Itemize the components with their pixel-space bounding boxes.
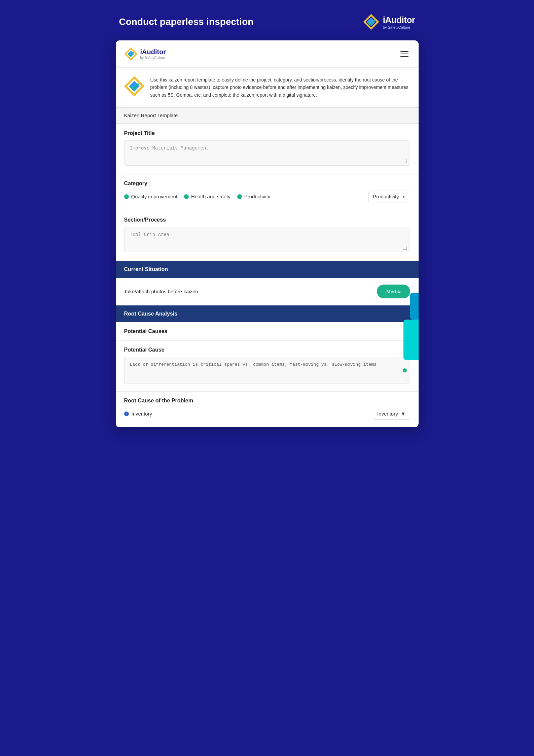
inventory-option[interactable]: Inventory [124, 411, 152, 417]
category-chevron-icon: ▼ [402, 194, 406, 199]
root-cause-label: Root Cause of the Problem [124, 398, 410, 404]
health-dot [184, 194, 189, 199]
category-section: Category Quality improvement Health and … [116, 174, 419, 210]
card-logo: iAuditor by SafetyCulture [124, 47, 166, 61]
description-icon [124, 76, 144, 96]
description-text: Use this kaizen report template to easil… [150, 76, 410, 99]
category-dropdown[interactable]: Productivity ▼ [368, 191, 410, 202]
inventory-selected: Inventory [377, 411, 398, 417]
section-process-section: Section/Process Tool Crib Area ⊿ [116, 210, 419, 261]
category-option-productivity[interactable]: Productivity [237, 194, 271, 199]
potential-cause-input[interactable]: Lack of differentiation is critical spar… [124, 357, 410, 384]
project-title-label: Project Title [124, 130, 410, 136]
main-card: iAuditor by SafetyCulture Use this kaize… [116, 40, 419, 427]
health-label: Health and safety [191, 194, 230, 199]
inventory-label: Inventory [132, 411, 152, 417]
card-header: iAuditor by SafetyCulture [116, 40, 419, 68]
potential-causes-row: Potential Causes [116, 322, 419, 341]
brand-sub: by SafetyCulture [383, 25, 415, 29]
template-label-row: Kaizen Report Template [116, 107, 419, 124]
hamburger-line-3 [400, 56, 408, 57]
productivity-dot [237, 194, 242, 199]
hamburger-line-1 [400, 51, 408, 52]
category-selected: Productivity [373, 194, 399, 199]
section-process-wrapper: Tool Crib Area ⊿ [124, 227, 410, 252]
category-option-quality[interactable]: Quality improvement [124, 194, 178, 199]
logo-icon [363, 13, 380, 30]
root-cause-section: Root Cause of the Problem Inventory Inve… [116, 392, 419, 427]
top-header: Conduct paperless inspection iAuditor by… [116, 13, 419, 30]
productivity-label: Productivity [244, 194, 271, 199]
logo-text: iAuditor by SafetyCulture [383, 15, 415, 29]
media-button[interactable]: Media [377, 285, 410, 298]
hamburger-menu[interactable] [399, 49, 410, 59]
root-cause-header: Root Cause Analysis [116, 305, 419, 322]
media-row: Take/attach photos before kaizen Media [116, 278, 419, 305]
teal-decoration-2 [410, 293, 419, 320]
card-brand-sub: by SafetyCulture [140, 56, 166, 60]
project-title-wrapper: Improve Materials Management ⊿ [124, 140, 410, 166]
media-label: Take/attach photos before kaizen [124, 289, 198, 294]
inventory-chevron-icon: ▼ [401, 411, 406, 417]
hamburger-line-2 [400, 54, 408, 55]
section-process-input[interactable]: Tool Crib Area [124, 227, 410, 252]
quality-label: Quality improvement [131, 194, 178, 199]
svg-marker-3 [128, 51, 134, 57]
category-option-health[interactable]: Health and safety [184, 194, 230, 199]
page-title: Conduct paperless inspection [119, 17, 254, 27]
category-label: Category [124, 180, 410, 187]
template-label: Kaizen Report Template [124, 112, 178, 118]
teal-decoration [403, 320, 419, 360]
card-logo-icon [124, 47, 138, 61]
potential-causes-label: Potential Causes [124, 328, 168, 334]
top-logo: iAuditor by SafetyCulture [363, 13, 415, 30]
root-cause-title: Root Cause Analysis [124, 311, 178, 317]
potential-cause-section: Potential Cause Lack of differentiation … [116, 341, 419, 392]
textarea-dot [403, 368, 407, 372]
description-section: Use this kaizen report template to easil… [116, 68, 419, 107]
section-process-label: Section/Process [124, 217, 410, 223]
inventory-dropdown[interactable]: Inventory ▼ [373, 408, 410, 420]
brand-name: iAuditor [383, 15, 415, 25]
category-options: Quality improvement Health and safety Pr… [124, 191, 410, 202]
current-situation-title: Current Situation [124, 266, 168, 272]
card-brand: iAuditor by SafetyCulture [140, 48, 166, 60]
project-title-section: Project Title Improve Materials Manageme… [116, 124, 419, 174]
potential-cause-label: Potential Cause [124, 347, 410, 353]
current-situation-header: Current Situation [116, 261, 419, 278]
potential-cause-wrapper: Lack of differentiation is critical spar… [124, 357, 410, 384]
quality-dot [124, 194, 129, 199]
inventory-dot [124, 412, 129, 416]
card-brand-name: iAuditor [140, 48, 166, 56]
root-cause-row: Inventory Inventory ▼ [124, 408, 410, 420]
project-title-input[interactable]: Improve Materials Management [124, 140, 410, 166]
